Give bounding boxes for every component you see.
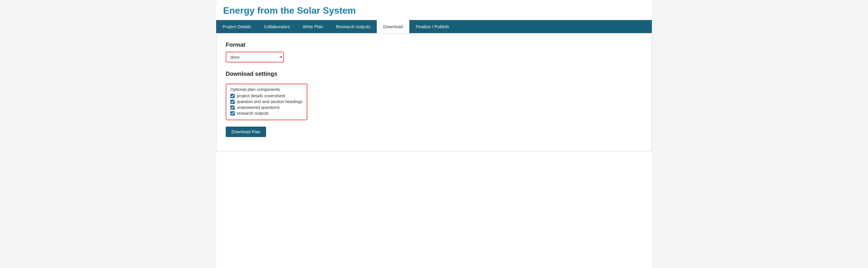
- tab-project-details[interactable]: Project Details: [216, 20, 257, 33]
- page-wrapper: Energy from the Solar System Project Det…: [216, 0, 652, 268]
- checkbox-item-research-outputs: research outputs: [230, 111, 303, 115]
- checkbox-question-text[interactable]: [230, 100, 235, 104]
- content-area: Format docx pdf html Download settings O…: [216, 33, 652, 151]
- checkbox-item-question-text: question text and section headings: [230, 99, 303, 104]
- checkbox-coversheet-label[interactable]: project details coversheet: [237, 94, 285, 98]
- tab-finalize-publish[interactable]: Finalize / Publish: [409, 20, 456, 33]
- checkbox-item-coversheet: project details coversheet: [230, 94, 303, 98]
- download-plan-button[interactable]: Download Plan: [226, 127, 266, 137]
- page-title: Energy from the Solar System: [216, 0, 652, 20]
- format-label: Format: [226, 41, 642, 48]
- optional-label: Optional plan components: [230, 87, 303, 92]
- tab-download[interactable]: Download: [377, 20, 409, 33]
- nav-bar: Project Details Collaborators Write Plan…: [216, 20, 652, 33]
- checkbox-item-unanswered: unanswered questions: [230, 105, 303, 110]
- tab-write-plan[interactable]: Write Plan: [296, 20, 330, 33]
- checkbox-research-outputs-label[interactable]: research outputs: [237, 111, 269, 115]
- tab-collaborators[interactable]: Collaborators: [257, 20, 296, 33]
- optional-components-box: Optional plan components project details…: [226, 83, 307, 120]
- download-settings-section: Download settings Optional plan componen…: [226, 71, 642, 137]
- tab-research-outputs[interactable]: Research outputs: [330, 20, 377, 33]
- checkbox-coversheet[interactable]: [230, 94, 235, 98]
- download-settings-label: Download settings: [226, 71, 642, 77]
- checkbox-research-outputs[interactable]: [230, 111, 235, 115]
- format-section: Format docx pdf html: [226, 41, 642, 62]
- checkbox-unanswered[interactable]: [230, 105, 235, 110]
- format-dropdown[interactable]: docx pdf html: [226, 52, 284, 62]
- checkbox-question-text-label[interactable]: question text and section headings: [237, 99, 303, 104]
- checkbox-unanswered-label[interactable]: unanswered questions: [237, 105, 279, 110]
